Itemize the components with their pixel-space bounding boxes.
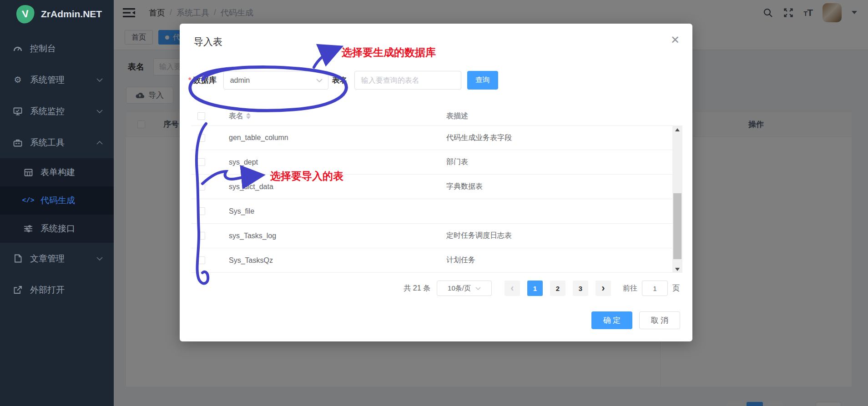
row-checkbox[interactable]	[197, 183, 205, 190]
scrollbar-thumb[interactable]	[673, 193, 681, 259]
external-link-icon	[12, 286, 23, 294]
scroll-up-icon[interactable]	[672, 126, 682, 133]
table-name-cell: sys_dept	[229, 158, 258, 166]
sidebar-item-label: 外部打开	[30, 284, 114, 296]
scrollbar[interactable]	[672, 126, 682, 273]
dialog-table: 表名 表描述 gen_table_column 代码生成业务表字段 sys_de…	[191, 106, 682, 273]
table-row[interactable]: gen_table_column 代码生成业务表字段	[191, 126, 682, 150]
sidebar-item-form-builder[interactable]: 表单构建	[0, 158, 114, 186]
row-checkbox[interactable]	[197, 134, 205, 142]
sidebar-submenu-tools: 表单构建 </> 代码生成 系统接口	[0, 158, 114, 243]
scroll-down-icon[interactable]	[672, 266, 682, 273]
sidebar-item-system-api[interactable]: 系统接口	[0, 215, 114, 243]
document-icon	[12, 254, 23, 263]
dialog-pagination: 共 21 条 10条/页 ‹ 1 2 3 › 前往 页	[404, 280, 680, 296]
prev-page-button[interactable]: ‹	[505, 281, 520, 296]
table-desc-cell: 字典数据表	[446, 182, 483, 191]
chevron-down-icon	[96, 110, 103, 113]
table-name-cell: sys_Tasks_log	[229, 232, 276, 240]
sort-caret-icon[interactable]	[246, 113, 251, 119]
page-size-select[interactable]: 10条/页	[437, 281, 492, 296]
table-name-label: 表名	[332, 75, 348, 85]
goto-label: 前往	[623, 284, 637, 293]
sidebar-item-system-tools[interactable]: 系统工具	[0, 127, 114, 158]
chevron-up-icon	[96, 141, 103, 145]
sidebar-item-external-open[interactable]: 外部打开	[0, 274, 114, 306]
sidebar-item-label: 代码生成	[40, 195, 114, 206]
table-desc-cell: 部门表	[446, 157, 468, 167]
table-name-query-input[interactable]	[354, 71, 461, 90]
code-icon: </>	[23, 197, 34, 205]
gear-icon: ⚙	[12, 75, 23, 85]
table-desc-cell: 计划任务	[446, 256, 475, 265]
table-row[interactable]: sys_dict_data 字典数据表	[191, 175, 682, 199]
row-checkbox[interactable]	[197, 158, 205, 166]
sidebar-item-label: 系统监控	[30, 105, 96, 117]
goto-suffix: 页	[672, 284, 680, 293]
pagination-total: 共 21 条	[404, 284, 430, 293]
sidebar-item-label: 系统管理	[30, 74, 96, 86]
goto-page-input[interactable]	[642, 281, 668, 296]
toolbox-icon	[12, 139, 23, 147]
logo-icon: V	[15, 4, 35, 24]
close-icon[interactable]: ✕	[671, 35, 680, 45]
import-table-dialog: 导入表 ✕ * 数据库 admin 表名 查询 表名 表描述	[180, 24, 692, 341]
row-checkbox[interactable]	[197, 232, 205, 240]
dialog-form: * 数据库 admin 表名 查询	[188, 71, 498, 90]
sidebar-item-label: 系统工具	[30, 137, 96, 149]
database-label: 数据库	[193, 75, 217, 85]
table-row[interactable]: sys_dept 部门表	[191, 150, 682, 175]
name-column-header: 表名	[229, 111, 251, 121]
chevron-down-icon	[316, 79, 323, 82]
sidebar-item-label: 文章管理	[30, 253, 96, 265]
sliders-icon	[23, 225, 34, 233]
app-logo[interactable]: V ZrAdmin.NET	[0, 0, 114, 28]
confirm-button[interactable]: 确 定	[591, 311, 632, 329]
database-select-value: admin	[230, 76, 250, 85]
table-desc-cell: 代码生成业务表字段	[446, 133, 512, 143]
sidebar-item-system-monitor[interactable]: 系统监控	[0, 95, 114, 127]
next-page-button[interactable]: ›	[595, 281, 611, 296]
sidebar: V ZrAdmin.NET 控制台 ⚙ 系统管理 系统监控	[0, 0, 114, 406]
table-row[interactable]: sys_Tasks_log 定时任务调度日志表	[191, 224, 682, 248]
app-title: ZrAdmin.NET	[41, 9, 102, 20]
cancel-button[interactable]: 取 消	[639, 311, 680, 329]
form-grid-icon	[23, 169, 34, 176]
table-desc-cell: 定时任务调度日志表	[446, 231, 512, 241]
chevron-down-icon	[96, 78, 103, 82]
select-all-checkbox[interactable]	[197, 112, 205, 120]
chevron-down-icon	[96, 257, 103, 261]
sidebar-item-label: 表单构建	[40, 166, 114, 178]
sidebar-item-dashboard[interactable]: 控制台	[0, 33, 114, 64]
row-checkbox[interactable]	[197, 207, 205, 215]
database-select[interactable]: admin	[223, 71, 328, 90]
dialog-title: 导入表	[194, 35, 222, 48]
sidebar-item-label: 系统接口	[40, 223, 114, 235]
row-checkbox[interactable]	[197, 256, 205, 264]
dialog-table-body: gen_table_column 代码生成业务表字段 sys_dept 部门表 …	[191, 126, 682, 273]
page-button-3[interactable]: 3	[573, 281, 588, 296]
page-button-1[interactable]: 1	[527, 281, 543, 296]
table-name-cell: Sys_TasksQz	[229, 256, 273, 265]
table-row[interactable]: Sys_TasksQz 计划任务	[191, 248, 682, 273]
query-button[interactable]: 查询	[467, 71, 498, 90]
description-column-header: 表描述	[446, 111, 468, 121]
table-name-cell: Sys_file	[229, 207, 254, 216]
monitor-icon	[12, 107, 23, 115]
table-name-cell: gen_table_column	[229, 134, 288, 142]
dialog-table-header: 表名 表描述	[191, 106, 682, 126]
sidebar-item-code-generation[interactable]: </> 代码生成	[0, 186, 114, 215]
sidebar-item-article-manage[interactable]: 文章管理	[0, 243, 114, 274]
sidebar-item-label: 控制台	[30, 43, 114, 55]
sidebar-item-system-manage[interactable]: ⚙ 系统管理	[0, 64, 114, 95]
sidebar-menu: 控制台 ⚙ 系统管理 系统监控	[0, 33, 114, 306]
dashboard-icon	[12, 45, 23, 53]
page-button-2[interactable]: 2	[550, 281, 565, 296]
table-row[interactable]: Sys_file	[191, 199, 682, 224]
screen: V ZrAdmin.NET 控制台 ⚙ 系统管理 系统监控	[0, 0, 868, 406]
required-mark: *	[188, 76, 192, 85]
table-name-cell: sys_dict_data	[229, 183, 273, 191]
